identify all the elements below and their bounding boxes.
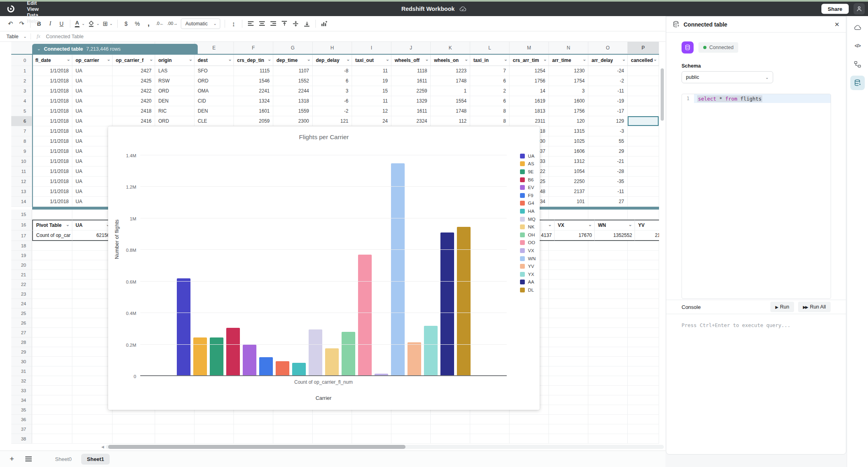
cell[interactable] xyxy=(628,251,659,260)
chevron-down-icon[interactable]: ⌄ xyxy=(149,57,153,62)
collapse-icon[interactable]: ⌄ xyxy=(37,46,41,51)
cell[interactable] xyxy=(391,415,431,424)
cell[interactable] xyxy=(588,424,628,434)
cell[interactable]: 1/1/2018 xyxy=(32,197,72,207)
cell[interactable]: UA xyxy=(72,146,113,156)
row-number[interactable]: 17 xyxy=(11,230,32,241)
cell[interactable] xyxy=(194,434,234,444)
cell[interactable]: 19 xyxy=(352,76,391,86)
italic-button[interactable]: I xyxy=(45,19,55,29)
pivot-cell[interactable]: 21 xyxy=(635,230,659,241)
cell[interactable]: 3 xyxy=(549,86,588,96)
cell[interactable] xyxy=(588,241,628,251)
cell[interactable] xyxy=(588,405,628,415)
cell[interactable]: -2 xyxy=(313,106,352,116)
cell[interactable] xyxy=(549,424,588,434)
row-number[interactable]: 8 xyxy=(11,136,32,146)
cell[interactable]: 1/1/2018 xyxy=(32,86,72,96)
chevron-down-icon[interactable]: ⌄ xyxy=(622,57,626,62)
legend-item[interactable]: YV xyxy=(520,262,536,270)
cell[interactable]: -11 xyxy=(588,86,628,96)
cell[interactable]: 2241 xyxy=(234,86,273,96)
connected-table-panel-icon[interactable] xyxy=(850,76,865,90)
cell[interactable]: 2418 xyxy=(113,106,155,116)
increase-decimal-button[interactable]: .00→ xyxy=(166,19,179,29)
cell[interactable] xyxy=(549,395,588,405)
horizontal-scrollbar[interactable]: ◀ xyxy=(11,444,665,450)
cell[interactable]: 1/1/2018 xyxy=(32,177,72,187)
cell[interactable]: 1/1/2018 xyxy=(32,156,72,167)
legend-item[interactable]: F9 xyxy=(520,191,536,200)
row-number[interactable]: 6 xyxy=(11,116,32,126)
column-header-arr_delay[interactable]: arr_delay⌄ xyxy=(588,55,628,66)
cell[interactable]: 1/1/2018 xyxy=(32,116,72,126)
cell[interactable]: 2259 xyxy=(391,86,431,96)
column-header-crs_dep_tin[interactable]: crs_dep_tin⌄ xyxy=(234,55,273,66)
cell[interactable] xyxy=(628,241,659,251)
cell[interactable] xyxy=(273,415,313,424)
chevron-down-icon[interactable]: ⌄ xyxy=(268,57,271,62)
vertical-scrollbar[interactable] xyxy=(661,68,664,121)
cell[interactable] xyxy=(628,299,659,309)
cell[interactable]: UA xyxy=(72,126,113,136)
cell[interactable]: -24 xyxy=(588,66,628,76)
row-number[interactable]: 30 xyxy=(11,357,32,366)
row-number[interactable]: 25 xyxy=(11,309,32,318)
align-right-button[interactable] xyxy=(268,19,278,29)
cell[interactable] xyxy=(588,318,628,328)
cell[interactable] xyxy=(391,434,431,444)
legend-item[interactable]: HA xyxy=(520,207,536,215)
column-header-dep_delay[interactable]: dep_delay⌄ xyxy=(313,55,352,66)
cell[interactable]: -11 xyxy=(588,187,628,197)
row-number[interactable]: 27 xyxy=(11,328,32,337)
column-letter-P[interactable]: P xyxy=(628,42,659,54)
cell[interactable] xyxy=(72,405,113,415)
chevron-down-icon[interactable]: ⌄ xyxy=(67,57,70,62)
cell[interactable] xyxy=(588,376,628,386)
cell[interactable]: RSW xyxy=(155,76,194,86)
valign-middle-button[interactable] xyxy=(291,19,301,29)
chevron-down-icon[interactable]: ⌄ xyxy=(583,57,586,62)
scrollbar-track[interactable] xyxy=(106,445,664,449)
workbook-title[interactable]: Redshift Workbook xyxy=(401,6,455,12)
cell[interactable] xyxy=(628,167,659,177)
cell[interactable] xyxy=(549,337,588,347)
chevron-down-icon[interactable]: ⌄ xyxy=(543,57,547,62)
row-number[interactable]: 20 xyxy=(11,260,32,270)
cell[interactable]: 7 xyxy=(470,66,510,76)
borders-button[interactable]: ⊞⌄ xyxy=(102,19,114,29)
cell[interactable] xyxy=(549,210,588,220)
cell[interactable] xyxy=(470,434,510,444)
cell[interactable] xyxy=(32,241,72,251)
pivot-cell[interactable]: YV xyxy=(635,220,659,230)
cell[interactable] xyxy=(273,434,313,444)
legend-item[interactable]: MQ xyxy=(520,215,536,223)
cell[interactable] xyxy=(32,251,72,260)
pivot-cell[interactable]: VX⌄ xyxy=(555,220,595,230)
cell[interactable]: UA xyxy=(72,136,113,146)
cell[interactable] xyxy=(628,270,659,280)
cell[interactable]: 2300 xyxy=(273,116,313,126)
cell[interactable] xyxy=(32,210,72,220)
cell[interactable]: 1748 xyxy=(431,76,470,86)
row-number[interactable]: 1 xyxy=(11,66,32,76)
cell[interactable]: 1/1/2018 xyxy=(32,167,72,177)
cell[interactable]: 2244 xyxy=(273,86,313,96)
cell[interactable]: 3 xyxy=(313,86,352,96)
cell[interactable] xyxy=(588,309,628,318)
cell[interactable]: UA xyxy=(72,156,113,167)
cell[interactable]: LAS xyxy=(155,66,194,76)
formula-input[interactable]: Connected Table xyxy=(46,34,84,39)
cell[interactable]: -3 xyxy=(588,126,628,136)
column-header-cancelled[interactable]: cancelled⌄ xyxy=(628,55,659,66)
cell[interactable] xyxy=(588,289,628,299)
row-number[interactable]: 0 xyxy=(11,55,32,66)
cell[interactable] xyxy=(72,260,113,270)
column-letter-F[interactable]: F xyxy=(234,42,273,54)
row-number[interactable]: 24 xyxy=(11,299,32,309)
cell[interactable] xyxy=(32,347,72,357)
cell[interactable] xyxy=(72,386,113,395)
cell[interactable]: -21 xyxy=(588,156,628,167)
legend-item[interactable]: OO xyxy=(520,239,536,247)
cell[interactable] xyxy=(32,309,72,318)
